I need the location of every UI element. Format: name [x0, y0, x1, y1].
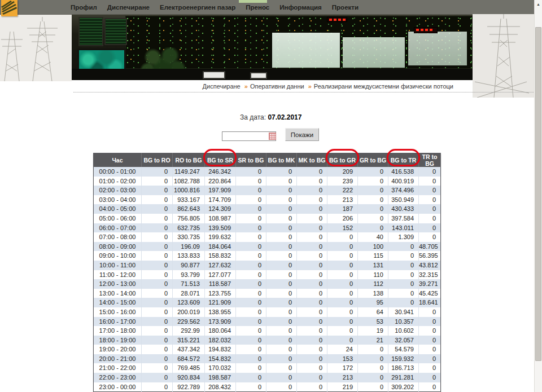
- value-cell: 0: [236, 167, 266, 177]
- value-cell: 0: [419, 167, 441, 177]
- table-row: 08:00 - 09:00 0 196.09 184.064 0 0 0 0 1…: [94, 242, 441, 252]
- value-cell: 32.315: [419, 270, 441, 280]
- glowing-panel: [343, 37, 405, 68]
- value-cell: 0: [236, 345, 266, 354]
- hour-cell: 06:00 - 07:00: [94, 223, 142, 233]
- value-cell: 19: [358, 326, 388, 336]
- top-navbar: Профил Диспечиране Електроенергиен пазар…: [0, 0, 534, 15]
- value-cell: 0: [297, 354, 327, 364]
- value-cell: 0: [266, 242, 297, 252]
- value-cell: 184.064: [205, 242, 236, 252]
- value-cell: 153: [327, 354, 358, 364]
- value-cell: 0: [358, 354, 388, 364]
- value-cell: 0: [142, 251, 173, 261]
- value-cell: 24: [327, 345, 358, 354]
- value-cell: 0: [142, 214, 173, 223]
- value-cell: 684.572: [173, 354, 205, 364]
- value-cell: 1.309: [388, 232, 419, 242]
- table-row: 00:00 - 01:00 0 1149.247 246.342 0 0 0 2…: [94, 167, 441, 177]
- value-cell: 30.941: [388, 307, 419, 317]
- value-cell: 0: [419, 354, 441, 364]
- value-cell: 0: [236, 223, 266, 233]
- value-cell: 0: [266, 373, 297, 382]
- value-cell: 138: [358, 289, 388, 298]
- value-cell: 920.834: [173, 373, 205, 382]
- value-cell: 0: [266, 317, 297, 327]
- value-cell: 0: [297, 177, 327, 186]
- value-cell: 174.709: [205, 195, 236, 205]
- eso-logo-icon[interactable]: [1, 0, 18, 16]
- value-cell: 330.735: [173, 232, 205, 242]
- value-cell: 0: [297, 363, 327, 373]
- value-cell: 10.357: [388, 317, 419, 327]
- value-cell: 90.877: [173, 261, 205, 270]
- value-cell: 172: [327, 363, 358, 373]
- table-row: 12:00 - 13:00 0 71.513 118.587 0 0 0 0 1…: [94, 279, 441, 289]
- hour-cell: 23:00 - 00:00: [94, 382, 142, 392]
- show-button[interactable]: Покажи: [285, 128, 319, 141]
- value-cell: 0: [358, 223, 388, 233]
- nav-item[interactable]: Електроенергиен пазар: [160, 4, 235, 11]
- value-cell: 127.632: [205, 261, 236, 270]
- value-cell: 180.064: [205, 326, 236, 336]
- column-header: BG to GR: [327, 153, 358, 168]
- value-cell: 0: [236, 298, 266, 307]
- table-row: 07:00 - 08:00 0 330.735 199.632 0 0 0 0 …: [94, 232, 441, 242]
- value-cell: 124.309: [205, 204, 236, 214]
- table-row: 02:00 - 03:00 0 1000.816 197.909 0 0 0 2…: [94, 186, 441, 195]
- value-cell: 0: [358, 345, 388, 354]
- nav-item[interactable]: Пренос: [246, 4, 269, 11]
- value-cell: 0: [297, 242, 327, 252]
- value-cell: 0: [327, 261, 358, 270]
- column-header: BG to TR: [388, 153, 419, 168]
- value-cell: 0: [419, 373, 441, 382]
- red-led-display: [414, 27, 438, 33]
- hour-cell: 20:00 - 21:00: [94, 354, 142, 364]
- nav-item[interactable]: Профил: [71, 4, 97, 11]
- value-cell: 0: [266, 177, 297, 186]
- value-cell: 21: [358, 336, 388, 345]
- value-cell: 0: [236, 214, 266, 223]
- value-cell: 922.789: [173, 382, 205, 392]
- value-cell: 139.509: [205, 223, 236, 233]
- value-cell: 632.735: [173, 223, 205, 233]
- value-cell: 40: [358, 232, 388, 242]
- value-cell: 220.864: [205, 177, 236, 186]
- value-cell: 0: [266, 307, 297, 317]
- nav-item[interactable]: Проекти: [332, 4, 359, 11]
- table-header-row: Час BG to RO RO to BG BG to SR SR to BG …: [94, 153, 441, 168]
- nav-item[interactable]: Диспечиране: [107, 4, 150, 11]
- value-cell: 0: [297, 373, 327, 382]
- value-cell: 0: [142, 336, 173, 345]
- value-cell: 28.071: [173, 289, 205, 298]
- logo-stripes: [1, 0, 18, 16]
- value-cell: 127.077: [205, 270, 236, 280]
- value-cell: 0: [236, 195, 266, 205]
- value-cell: 0: [266, 298, 297, 307]
- hour-cell: 04:00 - 05:00: [94, 204, 142, 214]
- value-cell: 0: [419, 177, 441, 186]
- value-cell: 0: [297, 382, 327, 392]
- value-cell: 0: [266, 167, 297, 177]
- value-cell: 0: [142, 373, 173, 382]
- vertical-scrollbar[interactable]: ▲: [534, 0, 542, 392]
- value-cell: 291.281: [388, 373, 419, 382]
- value-cell: 756.805: [173, 214, 205, 223]
- table-row: 05:00 - 06:00 0 756.805 108.987 0 0 0 20…: [94, 214, 441, 223]
- scroll-up-icon[interactable]: ▲: [535, 1, 542, 8]
- value-cell: 1082.788: [173, 177, 205, 186]
- value-cell: 0: [419, 382, 441, 392]
- value-cell: 0: [297, 261, 327, 270]
- value-cell: 0: [358, 177, 388, 186]
- scrollbar-thumb[interactable]: [535, 27, 541, 361]
- value-cell: 208.432: [205, 382, 236, 392]
- value-cell: 0: [419, 232, 441, 242]
- date-input[interactable]: [222, 131, 276, 141]
- value-cell: 10.602: [388, 326, 419, 336]
- value-cell: 194.832: [205, 345, 236, 354]
- value-cell: 0: [388, 298, 419, 307]
- value-cell: 0: [358, 195, 388, 205]
- calendar-icon[interactable]: [269, 133, 276, 140]
- value-cell: 0: [297, 167, 327, 177]
- nav-item[interactable]: Информация: [279, 4, 322, 11]
